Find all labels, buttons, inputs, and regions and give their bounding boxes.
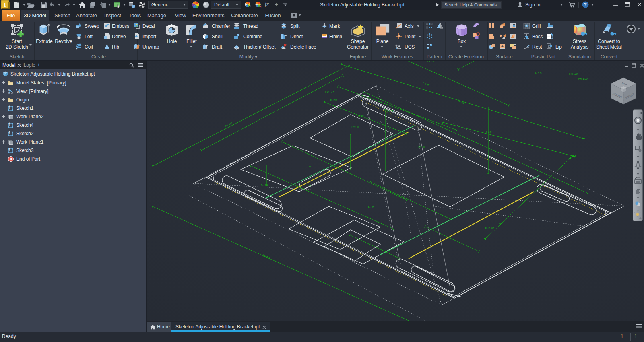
- svg-text:Fxt 30: Fxt 30: [330, 99, 337, 102]
- svg-text:Fx 0.1: Fx 0.1: [427, 61, 435, 62]
- svg-text:Fxt 12.5: Fxt 12.5: [325, 91, 334, 93]
- svg-text:Fx 30: Fx 30: [387, 110, 394, 113]
- svg-text:Fx 3.5: Fx 3.5: [535, 72, 542, 75]
- svg-text:?: ?: [584, 2, 587, 8]
- svg-text:Fxt 90: Fxt 90: [423, 81, 430, 87]
- svg-text:Fxt 19: Fxt 19: [357, 115, 364, 117]
- svg-text:I: I: [4, 2, 6, 8]
- svg-text:Fxt 30: Fxt 30: [418, 146, 425, 148]
- svg-text:L=45.0: L=45.0: [262, 254, 271, 260]
- svg-text:Fxt 25: Fxt 25: [457, 99, 465, 105]
- svg-text:Rv 3x3: Rv 3x3: [224, 122, 233, 128]
- svg-text:Fxt 180: Fxt 180: [569, 72, 578, 75]
- svg-text:Fx 25: Fx 25: [368, 206, 374, 209]
- svg-text:Fxt 100: Fxt 100: [351, 126, 359, 128]
- svg-text:Fxt 1.00: Fxt 1.00: [485, 227, 494, 230]
- svg-text:Fxt 1.00: Fxt 1.00: [578, 77, 588, 80]
